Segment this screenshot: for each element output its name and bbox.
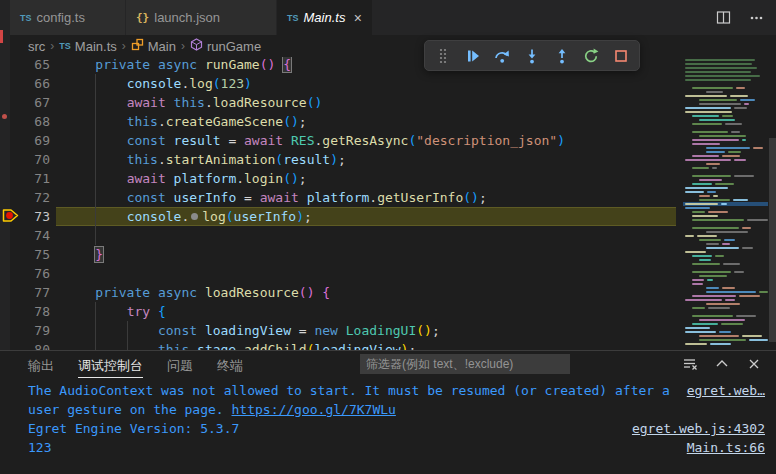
minimap-line <box>685 79 751 81</box>
minimap-line <box>706 247 739 249</box>
tab-Main.ts[interactable]: TSMain.ts× <box>277 0 372 35</box>
console-source-link[interactable]: Main.ts:66 <box>687 438 765 457</box>
clear-console-icon[interactable] <box>682 356 698 372</box>
panel-header: 输出调试控制台问题终端 <box>0 351 776 378</box>
line-number[interactable]: 66 <box>10 74 50 93</box>
minimap-line <box>699 335 739 337</box>
breadcrumb-item-Main.ts[interactable]: TSMain.ts <box>59 39 116 54</box>
minimap-line <box>692 263 720 265</box>
close-panel-icon[interactable] <box>746 356 762 372</box>
console-web-link[interactable]: https://goo.gl/7K7WLu <box>232 402 396 417</box>
panel-tab-终端[interactable]: 终端 <box>217 352 243 378</box>
editor-scrollbar[interactable] <box>769 138 776 342</box>
breakpoint-current-line-icon[interactable] <box>2 208 19 227</box>
continue-button[interactable] <box>460 43 486 69</box>
stop-button[interactable] <box>608 43 634 69</box>
code-line-80[interactable]: 80 this.stage.addChild(loadingView); <box>10 340 676 350</box>
minimap-line <box>706 231 748 233</box>
toolbar-gripper[interactable] <box>430 43 456 69</box>
tab-label: launch.json <box>154 10 220 25</box>
close-tab-icon[interactable]: × <box>346 11 362 25</box>
tab-launch.json[interactable]: {}launch.json <box>126 0 276 35</box>
code-line-68[interactable]: 68 this.createGameScene(); <box>10 112 676 131</box>
minimap-line <box>723 263 740 265</box>
line-number[interactable]: 65 <box>10 57 50 74</box>
minimap-line <box>734 175 753 177</box>
inline-breakpoint-dot[interactable] <box>191 213 198 220</box>
code-line-73[interactable]: 73 console.log(userInfo); <box>10 207 676 226</box>
code-line-75[interactable]: 75 } <box>10 245 676 264</box>
code-line-79[interactable]: 79 const loadingView = new LoadingUI(); <box>10 321 676 340</box>
code-text: private async loadResource() { <box>64 283 330 302</box>
panel-tab-问题[interactable]: 问题 <box>167 352 193 378</box>
line-number[interactable]: 80 <box>10 340 50 350</box>
minimap-line <box>706 151 725 153</box>
code-line-67[interactable]: 67 await this.loadResource() <box>10 93 676 112</box>
panel-tab-调试控制台[interactable]: 调试控制台 <box>78 352 143 378</box>
line-number[interactable]: 72 <box>10 188 50 207</box>
code-line-78[interactable]: 78 try { <box>10 302 676 321</box>
minimap-line <box>728 151 741 153</box>
line-number[interactable]: 71 <box>10 169 50 188</box>
indent-guide <box>127 321 128 350</box>
tab-config.ts[interactable]: TSconfig.ts <box>10 0 125 35</box>
maximize-panel-icon[interactable] <box>714 356 730 372</box>
minimap-line <box>699 199 730 201</box>
restart-button[interactable] <box>578 43 604 69</box>
line-number[interactable]: 77 <box>10 283 50 302</box>
panel-tab-输出[interactable]: 输出 <box>28 352 54 378</box>
line-number[interactable]: 78 <box>10 302 50 321</box>
minimap-line <box>692 307 705 309</box>
code-line-69[interactable]: 69 const result = await RES.getResAsync(… <box>10 131 676 150</box>
console-source-link[interactable]: egret.web.js:4302 <box>632 419 765 438</box>
minimap-line <box>692 139 739 141</box>
minimap-line <box>685 207 710 209</box>
minimap-line <box>725 123 742 125</box>
line-number[interactable]: 70 <box>10 150 50 169</box>
step-out-button[interactable] <box>549 43 575 69</box>
indent-guide <box>95 302 96 350</box>
console-filter-input[interactable] <box>360 354 570 374</box>
line-number[interactable]: 68 <box>10 112 50 131</box>
breadcrumb-item-src[interactable]: src <box>28 39 45 54</box>
minimap-line <box>692 211 705 213</box>
tab-label: config.ts <box>37 10 85 25</box>
minimap-line <box>685 187 728 189</box>
line-number[interactable]: 75 <box>10 245 50 264</box>
code-line-70[interactable]: 70 this.startAnimation(result); <box>10 150 676 169</box>
code-editor[interactable]: 65 private async runGame() {66 console.l… <box>10 57 676 350</box>
code-text: console.log(userInfo); <box>64 207 312 226</box>
code-line-74[interactable]: 74 <box>10 226 676 245</box>
console-row: user gesture on the page. https://goo.gl… <box>28 400 765 419</box>
breadcrumb-item-Main[interactable]: Main <box>131 38 176 54</box>
more-actions-icon[interactable] <box>749 10 764 25</box>
typescript-file-icon: TS <box>287 13 299 23</box>
console-source-link[interactable]: egret.web… <box>687 381 765 400</box>
minimap-line <box>722 115 733 117</box>
minimap[interactable] <box>683 57 768 350</box>
breadcrumb-label: Main <box>148 39 176 54</box>
minimap-line <box>739 295 760 297</box>
line-number[interactable]: 74 <box>10 226 50 245</box>
breadcrumb-item-runGame[interactable]: runGame <box>190 38 261 54</box>
minimap-line <box>759 291 768 293</box>
line-number[interactable]: 67 <box>10 93 50 112</box>
minimap-line <box>706 287 719 289</box>
code-text: await this.loadResource() <box>64 93 322 112</box>
line-number[interactable]: 69 <box>10 131 50 150</box>
split-editor-icon[interactable] <box>716 10 731 25</box>
code-line-77[interactable]: 77 private async loadResource() { <box>10 283 676 302</box>
step-over-button[interactable] <box>489 43 515 69</box>
step-into-button[interactable] <box>519 43 545 69</box>
code-line-72[interactable]: 72 const userInfo = await platform.getUs… <box>10 188 676 207</box>
line-number[interactable]: 79 <box>10 321 50 340</box>
code-line-71[interactable]: 71 await platform.login(); <box>10 169 676 188</box>
code-text: const result = await RES.getResAsync("de… <box>64 131 565 150</box>
line-number[interactable]: 76 <box>10 264 50 283</box>
minimap-line <box>685 59 755 61</box>
minimap-line <box>706 91 723 93</box>
code-line-76[interactable]: 76 <box>10 264 676 283</box>
minimap-line <box>685 331 716 333</box>
code-line-66[interactable]: 66 console.log(123) <box>10 74 676 93</box>
minimap-line <box>722 243 730 245</box>
